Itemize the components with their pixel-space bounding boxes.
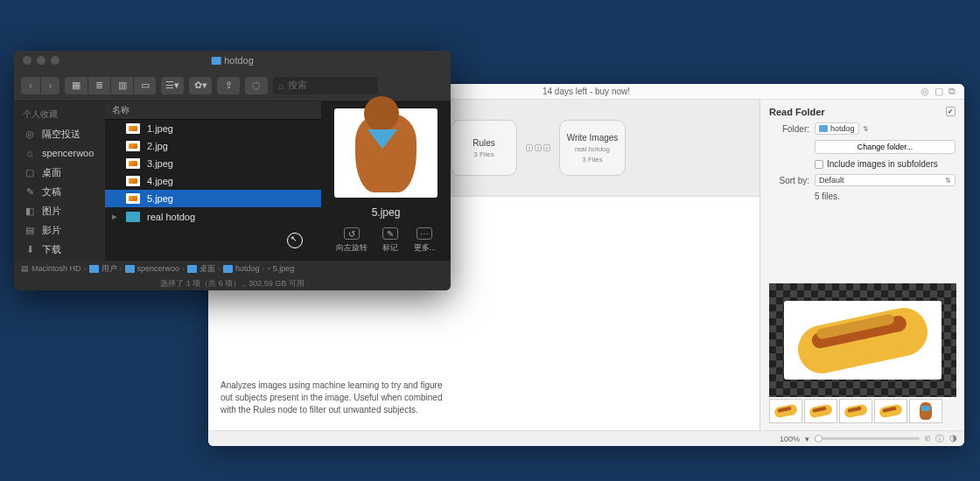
thumbnail[interactable] — [769, 399, 802, 423]
thumbnail[interactable] — [804, 399, 837, 423]
search-icon: ⌕ — [278, 80, 284, 91]
file-row-selected[interactable]: 5.jpeg — [105, 190, 321, 207]
minimize-icon[interactable] — [37, 56, 46, 65]
rotate-left-button[interactable]: ↺向左旋转 — [336, 227, 368, 254]
sidebar-item-home[interactable]: ⌂spencerwoo — [14, 143, 105, 163]
folder-icon — [125, 265, 135, 273]
finder-titlebar[interactable]: hotdog — [14, 51, 451, 70]
person-icon[interactable]: ⎚ — [925, 433, 930, 445]
node-title: Rules — [472, 138, 495, 148]
zoom-icon[interactable] — [51, 56, 60, 65]
sort-by-select[interactable]: Default ⇅ — [815, 174, 956, 186]
connector-icon: ››› — [526, 144, 550, 151]
layout-icon[interactable]: ⧉ — [948, 86, 956, 97]
folder-label: Folder: — [769, 124, 809, 134]
view-gallery-button[interactable]: ▭ — [133, 77, 156, 94]
close-icon[interactable] — [23, 56, 32, 65]
pictures-icon: ◧ — [23, 204, 37, 218]
path-bar[interactable]: ▤Macintosh HD› 用户› spencerwoo› 桌面› hotdo… — [14, 261, 451, 276]
speech-icon[interactable]: ◎ — [920, 86, 929, 97]
file-row[interactable]: 1.jpeg — [105, 120, 321, 137]
cursor-icon — [287, 233, 303, 248]
node-sub: 3 Files — [582, 156, 603, 164]
thumbnail[interactable] — [874, 399, 907, 423]
sort-value: Default — [819, 176, 844, 185]
back-button[interactable]: ‹ — [21, 77, 40, 94]
thumbnail[interactable] — [839, 399, 872, 423]
forward-button[interactable]: › — [40, 77, 60, 94]
share-button[interactable]: ⇪ — [217, 77, 240, 94]
column-header-name[interactable]: 名称 — [105, 101, 321, 120]
node-title: Write Images — [567, 133, 619, 143]
more-button[interactable]: ⋯更多... — [414, 227, 437, 254]
node-write-images[interactable]: Write Images real hotdog 3 Files — [559, 120, 626, 176]
zoom-level: 100% — [780, 435, 800, 443]
help-icon[interactable]: ◑ — [949, 433, 957, 445]
folder-icon — [223, 265, 233, 273]
movies-icon: ▤ — [23, 223, 37, 237]
preview-pane: 5.jpeg ↺向左旋转 ✎标记 ⋯更多... — [321, 101, 451, 261]
zoom-out-icon[interactable]: ▾ — [805, 435, 809, 443]
sidebar-item-downloads[interactable]: ⬇下载 — [14, 240, 105, 259]
node-description: Analyzes images using machine learning t… — [220, 380, 448, 423]
folder-icon — [187, 265, 197, 273]
view-icons-button[interactable]: ▦ — [65, 77, 88, 94]
thumbnail[interactable] — [909, 399, 942, 423]
folder-row[interactable]: ▸real hotdog — [105, 207, 321, 226]
change-folder-button[interactable]: Change folder... — [815, 140, 956, 154]
trial-notice[interactable]: 14 days left - buy now! — [542, 87, 630, 96]
image-file-icon: ▫ — [268, 264, 270, 273]
sidebar-item-airdrop[interactable]: ◎隔空投送 — [14, 124, 105, 143]
documents-icon: ✎ — [23, 185, 37, 199]
inspector-panel: Read Folder ✓ Folder: hotdog ⇅ Change fo… — [760, 100, 964, 430]
include-subfolders-checkbox[interactable] — [815, 160, 823, 169]
node-sub: real hotdog — [575, 145, 610, 153]
markup-icon: ✎ — [382, 227, 398, 240]
traffic-lights — [14, 56, 60, 65]
folder-icon — [89, 265, 99, 273]
home-icon: ⌂ — [23, 146, 37, 160]
info-icon[interactable]: ⓘ — [935, 433, 944, 445]
square-icon[interactable]: ▢ — [934, 86, 943, 97]
tags-button[interactable]: ◌ — [245, 77, 268, 94]
search-input[interactable]: ⌕ 搜索 — [273, 77, 378, 94]
view-columns-button[interactable]: ▥ — [110, 77, 133, 94]
include-subfolders-label: Include images in subfolders — [827, 159, 938, 169]
hotdog-image — [794, 303, 932, 378]
preview-filename: 5.jpeg — [372, 206, 401, 219]
file-row[interactable]: 3.jpeg — [105, 155, 321, 172]
arrange-button[interactable]: ☰▾ — [161, 77, 184, 94]
sidebar-item-desktop[interactable]: ▢桌面 — [14, 163, 105, 182]
disclosure-triangle-icon[interactable]: ▸ — [112, 211, 119, 222]
image-file-icon — [126, 123, 140, 134]
dropdown-arrows-icon[interactable]: ⇅ — [863, 125, 869, 133]
action-button[interactable]: ✿▾ — [189, 77, 212, 94]
finder-title: hotdog — [211, 55, 254, 66]
inspector-title: Read Folder — [769, 107, 825, 117]
preview-image — [334, 108, 438, 198]
folder-icon — [211, 57, 220, 65]
view-list-button[interactable]: ≣ — [88, 77, 110, 94]
folder-chip[interactable]: hotdog — [815, 122, 859, 135]
drive-icon: ▤ — [21, 264, 29, 273]
downloads-icon: ⬇ — [23, 242, 37, 256]
inspector-toggle-checkbox[interactable]: ✓ — [946, 107, 956, 116]
file-row[interactable]: 2.jpg — [105, 137, 321, 155]
sort-label: Sort by: — [769, 176, 809, 185]
file-row[interactable]: 4.jpeg — [105, 172, 321, 190]
sidebar-header: 个人收藏 — [14, 107, 105, 124]
file-count: 5 files. — [815, 192, 956, 201]
node-rules[interactable]: Rules 3 Files — [451, 120, 517, 176]
sidebar-item-pictures[interactable]: ◧图片 — [14, 201, 105, 220]
image-file-icon — [126, 193, 140, 204]
image-file-icon — [126, 176, 140, 186]
sidebar-item-movies[interactable]: ▤影片 — [14, 220, 105, 240]
image-file-icon — [126, 141, 140, 151]
sidebar-item-documents[interactable]: ✎文稿 — [14, 182, 105, 201]
markup-button[interactable]: ✎标记 — [382, 227, 398, 254]
more-icon: ⋯ — [416, 227, 432, 240]
airdrop-icon: ◎ — [23, 127, 37, 141]
file-list: 名称 1.jpeg 2.jpg 3.jpeg 4.jpeg 5.jpeg ▸re… — [105, 101, 321, 261]
rotate-left-icon: ↺ — [344, 227, 360, 240]
zoom-slider[interactable] — [815, 437, 920, 440]
